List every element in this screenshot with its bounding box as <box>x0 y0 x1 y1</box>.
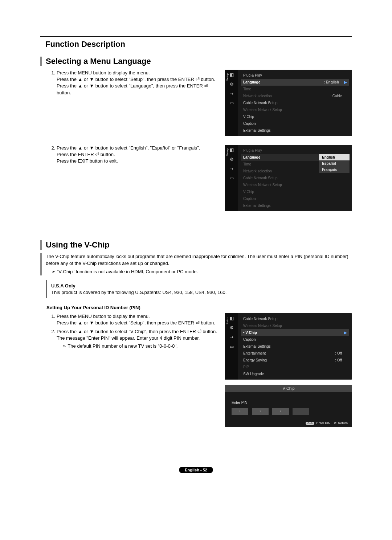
menu-item: V-Chip <box>241 113 349 120</box>
step-2-2-note: The default PIN number of a new TV set i… <box>57 343 218 349</box>
menu-label: Energy Saving <box>243 358 267 362</box>
usa-only-body: This product is covered by the following… <box>51 290 347 295</box>
menu-item: Plug & Play <box>241 147 349 154</box>
menu-label: Language <box>243 80 260 84</box>
menu-item: Cable Network Setup <box>241 99 349 106</box>
picture-icon: ◧ <box>229 72 234 78</box>
page-footer: English - 52 <box>40 467 352 472</box>
gear-icon: ⚙ <box>229 156 234 162</box>
arrow-right-icon: ▶ <box>344 80 347 84</box>
pin-digit: * <box>272 408 289 415</box>
menu-item: Wireless Network Setup <box>241 322 349 329</box>
menu-item: Wireless Network Setup <box>241 106 349 113</box>
menu-item: Entertainment : Off <box>241 350 349 357</box>
popup-option: Español <box>319 160 350 167</box>
picture-icon: ◧ <box>229 147 234 153</box>
usa-only-box: U.S.A Only This product is covered by th… <box>46 280 352 298</box>
menu-item: External Settings <box>241 202 349 209</box>
menu-item: PIP <box>241 364 349 371</box>
menu-label: Entertainment <box>243 351 266 355</box>
menu-item: External Settings <box>241 343 349 350</box>
menu-item: Cable Network Setup <box>241 175 349 181</box>
vchip-dialog-title: V-Chip <box>225 385 352 392</box>
vchip-pin-dialog: V-Chip Enter PIN * * * 0~9 Enter PIN ↺ R… <box>225 385 352 427</box>
usa-only-title: U.S.A Only <box>51 283 347 289</box>
menu-item: Time <box>241 86 349 93</box>
arrow-right-icon: ▶ <box>344 331 347 335</box>
picture-icon: ◧ <box>229 315 234 321</box>
menu-item: Caption <box>241 120 349 127</box>
footer-return: ↺ Return <box>334 421 348 425</box>
gear-icon: ⚙ <box>229 81 234 87</box>
menu-item: Wireless Network Setup <box>241 181 349 188</box>
menu-item: Caption <box>241 336 349 343</box>
vchip-note: "V-Chip" function is not available in HD… <box>46 269 352 275</box>
menu-item: Network selection : Cable <box>241 93 349 99</box>
vchip-footer: 0~9 Enter PIN ↺ Return <box>225 421 352 425</box>
signal-icon: ⇢ <box>229 166 234 172</box>
menu-item: Energy Saving : Off <box>241 357 349 364</box>
section-heading-vchip: Using the V-Chip <box>40 240 352 250</box>
step-1-1: Press the MENU button to display the men… <box>57 70 218 96</box>
pin-input-row: * * * <box>232 408 346 415</box>
pin-digit: * <box>232 408 248 415</box>
menu-item: Cable Network Setup <box>241 315 349 322</box>
menu-item: V-Chip <box>241 188 349 195</box>
menu-label: Network selection <box>243 94 272 98</box>
osd-screenshot-2: Setup ◧ ⚙ ⇢ ▭ Plug & Play Language Engli… <box>225 145 352 211</box>
popup-option-selected: English <box>319 154 350 160</box>
menu-label: Language <box>243 155 260 159</box>
menu-item-highlight: Language English Español Français <box>241 154 349 161</box>
signal-icon: ⇢ <box>229 91 234 97</box>
menu-item-highlight: V-Chip ▶ <box>241 329 349 336</box>
osd-screenshot-1: Setup ◧ ⚙ ⇢ ▭ Plug & Play Language : Eng… <box>225 70 352 136</box>
menu-value: : Off <box>335 358 342 362</box>
osd-side-label: Setup <box>226 148 229 156</box>
section-heading-language: Selecting a Menu Language <box>40 57 352 66</box>
menu-value: : Cable <box>330 94 342 98</box>
menu-item: Plug & Play <box>241 72 349 79</box>
pin-sub-heading: Setting Up Your Personal ID Number (PIN) <box>46 305 352 310</box>
menu-value: : English <box>324 80 339 84</box>
pin-digit-empty <box>293 408 309 415</box>
gear-icon: ⚙ <box>229 325 234 331</box>
popup-option: Français <box>319 167 350 173</box>
menu-item-highlight: Language : English ▶ <box>241 79 349 86</box>
step-1-2: Press the ▲ or ▼ button to select "Engli… <box>57 145 218 165</box>
menu-value: : Off <box>335 351 342 355</box>
menu-label: V-Chip <box>243 331 257 335</box>
menu-item: External Settings <box>241 127 349 134</box>
vchip-description: The V-Chip feature automatically locks o… <box>40 253 352 275</box>
step-2-1: Press the MENU button to display the men… <box>57 313 218 326</box>
keypad-pill: 0~9 <box>306 422 314 425</box>
osd-side-label: Setup <box>226 317 229 324</box>
osd-screenshot-3: Setup ◧ ⚙ ⇢ ▭ Cable Network Setup Wirele… <box>225 313 352 380</box>
osd-side-label: Setup <box>226 73 229 81</box>
menu-item: Caption <box>241 195 349 202</box>
signal-icon: ⇢ <box>229 334 234 340</box>
footer-enter-pin: Enter PIN <box>316 421 330 425</box>
pin-digit: * <box>252 408 269 415</box>
page-number: English - 52 <box>179 467 213 473</box>
app-icon: ▭ <box>229 175 234 181</box>
enter-pin-label: Enter PIN <box>232 401 346 405</box>
app-icon: ▭ <box>229 344 234 349</box>
page-title: Function Description <box>40 36 352 52</box>
step-2-2: Press the ▲ or ▼ button to select "V-Chi… <box>57 328 218 350</box>
app-icon: ▭ <box>229 100 234 106</box>
menu-item: SW Upgrade <box>241 371 349 377</box>
language-popup: English Español Français <box>319 154 350 173</box>
